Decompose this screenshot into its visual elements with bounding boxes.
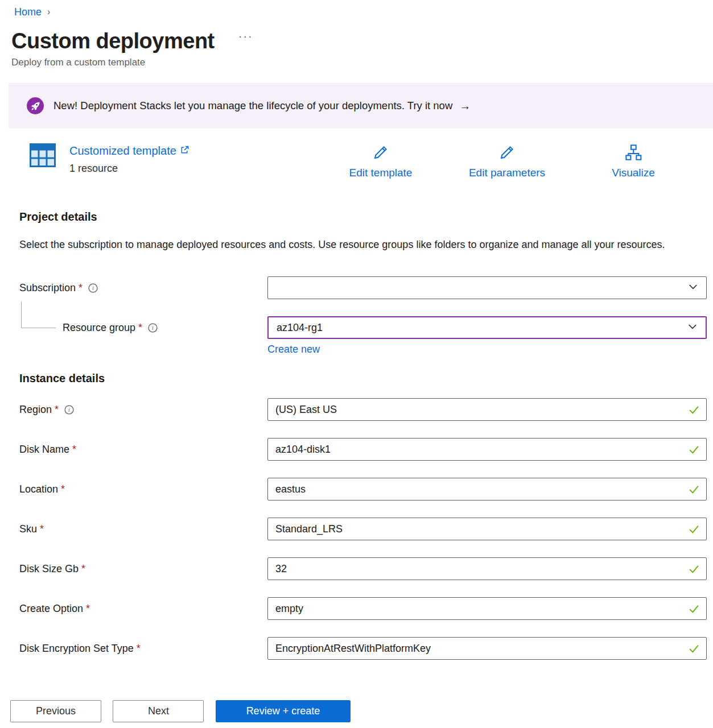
location-input[interactable] [267,478,707,500]
resource-group-field-row: Resource group * i az104-rg1 [19,316,707,339]
indent-connector-line [21,301,56,328]
review-create-button[interactable]: Review + create [216,700,351,722]
create-new-link[interactable]: Create new [267,344,320,355]
sku-label: Sku [19,523,37,535]
info-icon[interactable]: i [88,283,98,293]
region-field-row: Region * i [19,398,707,421]
instance-details-heading: Instance details [19,372,713,387]
chevron-down-icon [687,321,698,334]
location-label: Location [19,483,58,495]
required-asterisk: * [138,322,142,334]
pencil-icon [372,143,390,164]
required-asterisk: * [81,563,85,575]
info-icon[interactable]: i [148,323,158,333]
region-input[interactable] [267,398,707,421]
disk-encryption-set-type-field-row: Disk Encryption Set Type * [19,637,707,660]
template-table-icon [30,143,56,169]
required-asterisk: * [79,282,83,294]
sku-input[interactable] [267,518,707,540]
valid-check-icon [688,563,700,575]
more-menu-button[interactable]: ··· [238,30,253,43]
edit-template-button[interactable]: Edit template [332,143,430,179]
valid-check-icon [688,483,700,495]
page-subtitle: Deploy from a custom template [11,57,713,68]
disk-size-input[interactable] [267,557,707,580]
valid-check-icon [688,603,700,615]
template-resource-count: 1 resource [69,163,189,175]
disk-name-label: Disk Name [19,444,69,456]
required-asterisk: * [86,603,90,615]
subscription-field-row: Subscription * i [19,276,707,299]
resource-group-value: az104-rg1 [277,322,323,334]
svg-text:i: i [68,407,70,413]
external-link-icon [180,146,189,156]
banner-message-link[interactable]: New! Deployment Stacks let you manage th… [53,100,452,112]
rocket-icon [27,97,44,114]
edit-template-label: Edit template [349,167,413,179]
required-asterisk: * [72,444,76,456]
customized-template-link[interactable]: Customized template [69,144,176,158]
disk-encryption-set-type-input[interactable] [267,637,707,660]
required-asterisk: * [137,643,141,655]
deployment-stacks-banner: New! Deployment Stacks let you manage th… [9,83,713,129]
project-details-heading: Project details [19,210,713,224]
resource-group-dropdown[interactable]: az104-rg1 [267,316,707,339]
create-option-label: Create Option [19,603,83,615]
visualize-label: Visualize [612,167,655,179]
disk-name-input[interactable] [267,438,707,461]
create-option-field-row: Create Option * [19,597,707,620]
required-asterisk: * [61,483,65,495]
required-asterisk: * [40,523,44,535]
required-asterisk: * [55,404,59,416]
page-title: Custom deployment [11,29,215,53]
svg-text:i: i [92,285,94,291]
disk-name-field-row: Disk Name * [19,438,707,461]
disk-size-label: Disk Size Gb [19,563,79,575]
valid-check-icon [688,523,700,535]
visualize-button[interactable]: Visualize [584,143,682,179]
location-field-row: Location * [19,478,707,500]
subscription-label: Subscription [19,282,76,294]
sku-field-row: Sku * [19,518,707,540]
pencil-icon [498,143,516,164]
create-option-input[interactable] [267,597,707,620]
edit-parameters-label: Edit parameters [469,167,545,179]
chevron-down-icon [688,282,698,294]
region-label: Region [19,404,52,416]
resource-group-label: Resource group [63,322,135,334]
valid-check-icon [688,444,700,456]
footer-bar: Previous Next Review + create [0,692,713,728]
disk-size-field-row: Disk Size Gb * [19,557,707,580]
valid-check-icon [688,404,700,416]
subscription-dropdown[interactable] [267,276,707,299]
next-button[interactable]: Next [113,700,204,722]
arrow-right-icon: → [459,100,471,113]
previous-button[interactable]: Previous [10,700,101,722]
project-details-description: Select the subscription to manage deploy… [19,237,671,253]
edit-parameters-button[interactable]: Edit parameters [458,143,556,179]
hierarchy-icon [624,143,642,164]
disk-encryption-set-type-label: Disk Encryption Set Type [19,643,134,655]
svg-text:i: i [152,325,154,331]
info-icon[interactable]: i [64,405,74,415]
chevron-right-icon: › [47,7,50,17]
breadcrumb: Home › [0,0,713,18]
valid-check-icon [688,643,700,655]
breadcrumb-home-link[interactable]: Home [14,6,42,18]
